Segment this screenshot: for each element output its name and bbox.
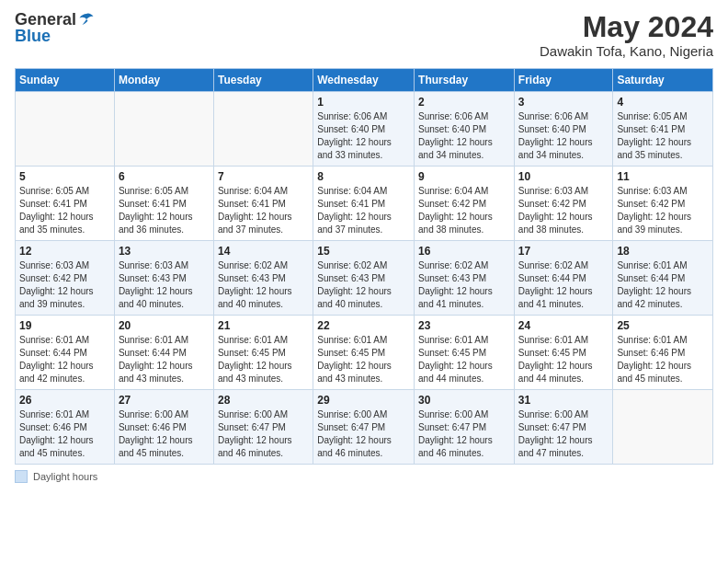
calendar-day-cell: 27Sunrise: 6:00 AM Sunset: 6:46 PM Dayli… — [114, 390, 213, 465]
calendar-day-cell: 5Sunrise: 6:05 AM Sunset: 6:41 PM Daylig… — [16, 167, 115, 241]
day-number: 21 — [218, 319, 309, 332]
calendar-day-cell: 17Sunrise: 6:02 AM Sunset: 6:44 PM Dayli… — [514, 241, 613, 316]
calendar-day-cell: 31Sunrise: 6:00 AM Sunset: 6:47 PM Dayli… — [514, 390, 613, 465]
day-info: Sunrise: 6:01 AM Sunset: 6:46 PM Dayligh… — [617, 334, 709, 385]
day-info: Sunrise: 6:02 AM Sunset: 6:43 PM Dayligh… — [418, 259, 510, 311]
calendar-week-row: 12Sunrise: 6:03 AM Sunset: 6:42 PM Dayli… — [16, 241, 713, 316]
day-info: Sunrise: 6:00 AM Sunset: 6:47 PM Dayligh… — [518, 408, 609, 460]
day-number: 20 — [119, 319, 210, 332]
day-number: 30 — [418, 394, 510, 407]
day-number: 27 — [119, 394, 210, 407]
day-number: 9 — [418, 170, 510, 183]
day-info: Sunrise: 6:01 AM Sunset: 6:45 PM Dayligh… — [218, 334, 309, 385]
calendar-day-cell: 25Sunrise: 6:01 AM Sunset: 6:46 PM Dayli… — [613, 316, 713, 390]
footer: Daylight hours — [15, 470, 713, 483]
calendar-day-cell: 11Sunrise: 6:03 AM Sunset: 6:42 PM Dayli… — [613, 167, 713, 241]
calendar-day-cell: 19Sunrise: 6:01 AM Sunset: 6:44 PM Dayli… — [16, 316, 115, 390]
logo-bird-icon — [78, 11, 95, 28]
day-number: 15 — [317, 245, 410, 258]
calendar-day-cell: 29Sunrise: 6:00 AM Sunset: 6:47 PM Dayli… — [313, 390, 415, 465]
calendar-body: 1Sunrise: 6:06 AM Sunset: 6:40 PM Daylig… — [16, 92, 713, 465]
day-info: Sunrise: 6:01 AM Sunset: 6:46 PM Dayligh… — [19, 408, 110, 460]
title-block: May 2024 Dawakin Tofa, Kano, Nigeria — [540, 11, 713, 59]
day-info: Sunrise: 6:05 AM Sunset: 6:41 PM Dayligh… — [617, 110, 709, 162]
calendar-day-cell: 23Sunrise: 6:01 AM Sunset: 6:45 PM Dayli… — [415, 316, 515, 390]
calendar-day-cell: 7Sunrise: 6:04 AM Sunset: 6:41 PM Daylig… — [213, 167, 313, 241]
calendar-week-row: 1Sunrise: 6:06 AM Sunset: 6:40 PM Daylig… — [16, 92, 713, 167]
calendar-day-cell: 2Sunrise: 6:06 AM Sunset: 6:40 PM Daylig… — [415, 92, 515, 167]
day-info: Sunrise: 6:06 AM Sunset: 6:40 PM Dayligh… — [317, 110, 410, 162]
calendar-table: SundayMondayTuesdayWednesdayThursdayFrid… — [15, 68, 713, 465]
location-subtitle: Dawakin Tofa, Kano, Nigeria — [540, 43, 713, 59]
day-info: Sunrise: 6:00 AM Sunset: 6:46 PM Dayligh… — [119, 408, 210, 460]
day-number: 16 — [418, 245, 510, 258]
day-info: Sunrise: 6:03 AM Sunset: 6:42 PM Dayligh… — [518, 185, 609, 236]
day-number: 24 — [518, 319, 609, 332]
calendar-day-cell: 1Sunrise: 6:06 AM Sunset: 6:40 PM Daylig… — [313, 92, 415, 167]
calendar-day-cell: 4Sunrise: 6:05 AM Sunset: 6:41 PM Daylig… — [613, 92, 713, 167]
main-title: May 2024 — [540, 11, 713, 43]
day-info: Sunrise: 6:01 AM Sunset: 6:45 PM Dayligh… — [518, 334, 609, 385]
day-number: 25 — [617, 319, 709, 332]
day-number: 26 — [19, 394, 110, 407]
header: General Blue May 2024 Dawakin Tofa, Kano… — [15, 11, 713, 59]
calendar-day-cell: 13Sunrise: 6:03 AM Sunset: 6:43 PM Dayli… — [114, 241, 213, 316]
calendar-day-cell: 9Sunrise: 6:04 AM Sunset: 6:42 PM Daylig… — [415, 167, 515, 241]
calendar-day-cell: 24Sunrise: 6:01 AM Sunset: 6:45 PM Dayli… — [514, 316, 613, 390]
day-info: Sunrise: 6:01 AM Sunset: 6:44 PM Dayligh… — [119, 334, 210, 385]
calendar-day-cell: 26Sunrise: 6:01 AM Sunset: 6:46 PM Dayli… — [16, 390, 115, 465]
calendar-header-cell: Sunday — [16, 69, 115, 92]
day-number: 13 — [119, 245, 210, 258]
day-number: 29 — [317, 394, 410, 407]
day-info: Sunrise: 6:06 AM Sunset: 6:40 PM Dayligh… — [418, 110, 510, 162]
day-info: Sunrise: 6:06 AM Sunset: 6:40 PM Dayligh… — [518, 110, 609, 162]
day-info: Sunrise: 6:00 AM Sunset: 6:47 PM Dayligh… — [218, 408, 309, 460]
day-info: Sunrise: 6:03 AM Sunset: 6:43 PM Dayligh… — [119, 259, 210, 311]
calendar-header-cell: Wednesday — [313, 69, 415, 92]
calendar-week-row: 26Sunrise: 6:01 AM Sunset: 6:46 PM Dayli… — [16, 390, 713, 465]
page: General Blue May 2024 Dawakin Tofa, Kano… — [0, 0, 728, 563]
day-number: 3 — [518, 96, 609, 109]
calendar-day-cell: 10Sunrise: 6:03 AM Sunset: 6:42 PM Dayli… — [514, 167, 613, 241]
calendar-day-cell: 30Sunrise: 6:00 AM Sunset: 6:47 PM Dayli… — [415, 390, 515, 465]
day-info: Sunrise: 6:04 AM Sunset: 6:41 PM Dayligh… — [317, 185, 410, 236]
footer-label: Daylight hours — [33, 471, 97, 482]
day-info: Sunrise: 6:04 AM Sunset: 6:41 PM Dayligh… — [218, 185, 309, 236]
day-info: Sunrise: 6:00 AM Sunset: 6:47 PM Dayligh… — [418, 408, 510, 460]
logo-general-text: General — [15, 11, 76, 28]
calendar-day-cell: 18Sunrise: 6:01 AM Sunset: 6:44 PM Dayli… — [613, 241, 713, 316]
day-number: 2 — [418, 96, 510, 109]
calendar-day-cell: 8Sunrise: 6:04 AM Sunset: 6:41 PM Daylig… — [313, 167, 415, 241]
calendar-day-cell — [16, 92, 115, 167]
day-number: 17 — [518, 245, 609, 258]
calendar-header-cell: Tuesday — [213, 69, 313, 92]
calendar-header-cell: Saturday — [613, 69, 713, 92]
day-info: Sunrise: 6:01 AM Sunset: 6:44 PM Dayligh… — [617, 259, 709, 311]
calendar-week-row: 5Sunrise: 6:05 AM Sunset: 6:41 PM Daylig… — [16, 167, 713, 241]
day-number: 5 — [19, 170, 110, 183]
day-info: Sunrise: 6:02 AM Sunset: 6:43 PM Dayligh… — [218, 259, 309, 311]
day-number: 7 — [218, 170, 309, 183]
day-number: 4 — [617, 96, 709, 109]
day-number: 28 — [218, 394, 309, 407]
calendar-day-cell: 20Sunrise: 6:01 AM Sunset: 6:44 PM Dayli… — [114, 316, 213, 390]
day-number: 22 — [317, 319, 410, 332]
day-info: Sunrise: 6:02 AM Sunset: 6:43 PM Dayligh… — [317, 259, 410, 311]
calendar-day-cell — [114, 92, 213, 167]
day-number: 6 — [119, 170, 210, 183]
day-number: 11 — [617, 170, 709, 183]
calendar-day-cell: 21Sunrise: 6:01 AM Sunset: 6:45 PM Dayli… — [213, 316, 313, 390]
day-number: 18 — [617, 245, 709, 258]
day-number: 19 — [19, 319, 110, 332]
calendar-header-row: SundayMondayTuesdayWednesdayThursdayFrid… — [16, 69, 713, 92]
calendar-day-cell: 6Sunrise: 6:05 AM Sunset: 6:41 PM Daylig… — [114, 167, 213, 241]
calendar-day-cell: 15Sunrise: 6:02 AM Sunset: 6:43 PM Dayli… — [313, 241, 415, 316]
calendar-day-cell: 22Sunrise: 6:01 AM Sunset: 6:45 PM Dayli… — [313, 316, 415, 390]
calendar-header-cell: Thursday — [415, 69, 515, 92]
calendar-day-cell: 14Sunrise: 6:02 AM Sunset: 6:43 PM Dayli… — [213, 241, 313, 316]
day-number: 12 — [19, 245, 110, 258]
day-info: Sunrise: 6:00 AM Sunset: 6:47 PM Dayligh… — [317, 408, 410, 460]
calendar-day-cell: 12Sunrise: 6:03 AM Sunset: 6:42 PM Dayli… — [16, 241, 115, 316]
day-info: Sunrise: 6:05 AM Sunset: 6:41 PM Dayligh… — [19, 185, 110, 236]
calendar-week-row: 19Sunrise: 6:01 AM Sunset: 6:44 PM Dayli… — [16, 316, 713, 390]
